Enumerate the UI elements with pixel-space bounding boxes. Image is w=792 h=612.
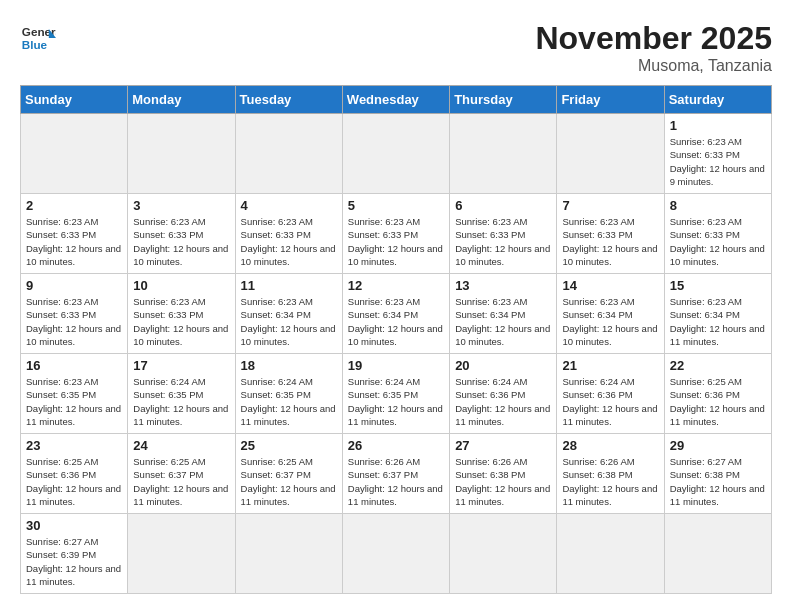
day-number: 24	[133, 438, 229, 453]
header-tuesday: Tuesday	[235, 86, 342, 114]
cell-info: Sunrise: 6:27 AM Sunset: 6:38 PM Dayligh…	[670, 455, 766, 508]
cell-info: Sunrise: 6:24 AM Sunset: 6:35 PM Dayligh…	[348, 375, 444, 428]
calendar-cell: 6Sunrise: 6:23 AM Sunset: 6:33 PM Daylig…	[450, 194, 557, 274]
cell-info: Sunrise: 6:23 AM Sunset: 6:33 PM Dayligh…	[241, 215, 337, 268]
calendar-cell: 14Sunrise: 6:23 AM Sunset: 6:34 PM Dayli…	[557, 274, 664, 354]
day-number: 16	[26, 358, 122, 373]
calendar-cell: 23Sunrise: 6:25 AM Sunset: 6:36 PM Dayli…	[21, 434, 128, 514]
day-number: 20	[455, 358, 551, 373]
svg-text:Blue: Blue	[22, 38, 48, 51]
calendar-week-0: 1Sunrise: 6:23 AM Sunset: 6:33 PM Daylig…	[21, 114, 772, 194]
cell-info: Sunrise: 6:23 AM Sunset: 6:33 PM Dayligh…	[133, 215, 229, 268]
cell-info: Sunrise: 6:24 AM Sunset: 6:35 PM Dayligh…	[241, 375, 337, 428]
calendar-week-4: 23Sunrise: 6:25 AM Sunset: 6:36 PM Dayli…	[21, 434, 772, 514]
calendar-cell: 17Sunrise: 6:24 AM Sunset: 6:35 PM Dayli…	[128, 354, 235, 434]
day-number: 12	[348, 278, 444, 293]
calendar-cell: 28Sunrise: 6:26 AM Sunset: 6:38 PM Dayli…	[557, 434, 664, 514]
calendar-cell	[664, 514, 771, 594]
calendar-cell	[235, 514, 342, 594]
calendar-cell: 19Sunrise: 6:24 AM Sunset: 6:35 PM Dayli…	[342, 354, 449, 434]
calendar-cell: 18Sunrise: 6:24 AM Sunset: 6:35 PM Dayli…	[235, 354, 342, 434]
day-number: 8	[670, 198, 766, 213]
cell-info: Sunrise: 6:26 AM Sunset: 6:38 PM Dayligh…	[562, 455, 658, 508]
day-number: 25	[241, 438, 337, 453]
cell-info: Sunrise: 6:27 AM Sunset: 6:39 PM Dayligh…	[26, 535, 122, 588]
header-saturday: Saturday	[664, 86, 771, 114]
logo: General Blue	[20, 20, 56, 56]
calendar-cell: 9Sunrise: 6:23 AM Sunset: 6:33 PM Daylig…	[21, 274, 128, 354]
calendar-cell	[557, 514, 664, 594]
calendar-cell: 11Sunrise: 6:23 AM Sunset: 6:34 PM Dayli…	[235, 274, 342, 354]
calendar-cell: 2Sunrise: 6:23 AM Sunset: 6:33 PM Daylig…	[21, 194, 128, 274]
day-number: 9	[26, 278, 122, 293]
header-friday: Friday	[557, 86, 664, 114]
day-number: 10	[133, 278, 229, 293]
day-number: 1	[670, 118, 766, 133]
header-sunday: Sunday	[21, 86, 128, 114]
cell-info: Sunrise: 6:23 AM Sunset: 6:33 PM Dayligh…	[562, 215, 658, 268]
month-title: November 2025	[535, 20, 772, 57]
day-number: 19	[348, 358, 444, 373]
location-title: Musoma, Tanzania	[535, 57, 772, 75]
day-number: 15	[670, 278, 766, 293]
day-number: 29	[670, 438, 766, 453]
calendar-cell: 5Sunrise: 6:23 AM Sunset: 6:33 PM Daylig…	[342, 194, 449, 274]
day-number: 4	[241, 198, 337, 213]
cell-info: Sunrise: 6:25 AM Sunset: 6:36 PM Dayligh…	[26, 455, 122, 508]
calendar-cell	[342, 514, 449, 594]
day-number: 18	[241, 358, 337, 373]
day-number: 27	[455, 438, 551, 453]
calendar-cell: 3Sunrise: 6:23 AM Sunset: 6:33 PM Daylig…	[128, 194, 235, 274]
cell-info: Sunrise: 6:23 AM Sunset: 6:34 PM Dayligh…	[670, 295, 766, 348]
calendar-table: SundayMondayTuesdayWednesdayThursdayFrid…	[20, 85, 772, 594]
calendar-cell: 29Sunrise: 6:27 AM Sunset: 6:38 PM Dayli…	[664, 434, 771, 514]
calendar-cell	[450, 114, 557, 194]
cell-info: Sunrise: 6:23 AM Sunset: 6:33 PM Dayligh…	[26, 295, 122, 348]
cell-info: Sunrise: 6:23 AM Sunset: 6:33 PM Dayligh…	[133, 295, 229, 348]
calendar-week-5: 30Sunrise: 6:27 AM Sunset: 6:39 PM Dayli…	[21, 514, 772, 594]
day-number: 7	[562, 198, 658, 213]
header-wednesday: Wednesday	[342, 86, 449, 114]
calendar-cell	[450, 514, 557, 594]
day-number: 2	[26, 198, 122, 213]
day-number: 23	[26, 438, 122, 453]
logo-icon: General Blue	[20, 20, 56, 56]
cell-info: Sunrise: 6:23 AM Sunset: 6:35 PM Dayligh…	[26, 375, 122, 428]
day-number: 11	[241, 278, 337, 293]
day-number: 6	[455, 198, 551, 213]
day-number: 17	[133, 358, 229, 373]
calendar-cell: 22Sunrise: 6:25 AM Sunset: 6:36 PM Dayli…	[664, 354, 771, 434]
cell-info: Sunrise: 6:26 AM Sunset: 6:38 PM Dayligh…	[455, 455, 551, 508]
calendar-cell: 7Sunrise: 6:23 AM Sunset: 6:33 PM Daylig…	[557, 194, 664, 274]
cell-info: Sunrise: 6:23 AM Sunset: 6:33 PM Dayligh…	[348, 215, 444, 268]
calendar-cell: 20Sunrise: 6:24 AM Sunset: 6:36 PM Dayli…	[450, 354, 557, 434]
calendar-cell: 15Sunrise: 6:23 AM Sunset: 6:34 PM Dayli…	[664, 274, 771, 354]
cell-info: Sunrise: 6:23 AM Sunset: 6:33 PM Dayligh…	[670, 135, 766, 188]
cell-info: Sunrise: 6:23 AM Sunset: 6:34 PM Dayligh…	[562, 295, 658, 348]
cell-info: Sunrise: 6:23 AM Sunset: 6:33 PM Dayligh…	[26, 215, 122, 268]
calendar-header-row: SundayMondayTuesdayWednesdayThursdayFrid…	[21, 86, 772, 114]
day-number: 22	[670, 358, 766, 373]
calendar-week-2: 9Sunrise: 6:23 AM Sunset: 6:33 PM Daylig…	[21, 274, 772, 354]
day-number: 30	[26, 518, 122, 533]
day-number: 5	[348, 198, 444, 213]
calendar-cell: 21Sunrise: 6:24 AM Sunset: 6:36 PM Dayli…	[557, 354, 664, 434]
day-number: 13	[455, 278, 551, 293]
cell-info: Sunrise: 6:24 AM Sunset: 6:35 PM Dayligh…	[133, 375, 229, 428]
cell-info: Sunrise: 6:24 AM Sunset: 6:36 PM Dayligh…	[562, 375, 658, 428]
calendar-cell	[128, 514, 235, 594]
cell-info: Sunrise: 6:26 AM Sunset: 6:37 PM Dayligh…	[348, 455, 444, 508]
calendar-week-1: 2Sunrise: 6:23 AM Sunset: 6:33 PM Daylig…	[21, 194, 772, 274]
calendar-cell: 25Sunrise: 6:25 AM Sunset: 6:37 PM Dayli…	[235, 434, 342, 514]
calendar-cell: 10Sunrise: 6:23 AM Sunset: 6:33 PM Dayli…	[128, 274, 235, 354]
cell-info: Sunrise: 6:23 AM Sunset: 6:34 PM Dayligh…	[241, 295, 337, 348]
day-number: 21	[562, 358, 658, 373]
calendar-cell: 24Sunrise: 6:25 AM Sunset: 6:37 PM Dayli…	[128, 434, 235, 514]
cell-info: Sunrise: 6:25 AM Sunset: 6:36 PM Dayligh…	[670, 375, 766, 428]
day-number: 3	[133, 198, 229, 213]
calendar-cell: 13Sunrise: 6:23 AM Sunset: 6:34 PM Dayli…	[450, 274, 557, 354]
calendar-cell: 27Sunrise: 6:26 AM Sunset: 6:38 PM Dayli…	[450, 434, 557, 514]
calendar-cell: 8Sunrise: 6:23 AM Sunset: 6:33 PM Daylig…	[664, 194, 771, 274]
calendar-cell: 12Sunrise: 6:23 AM Sunset: 6:34 PM Dayli…	[342, 274, 449, 354]
calendar-cell: 4Sunrise: 6:23 AM Sunset: 6:33 PM Daylig…	[235, 194, 342, 274]
